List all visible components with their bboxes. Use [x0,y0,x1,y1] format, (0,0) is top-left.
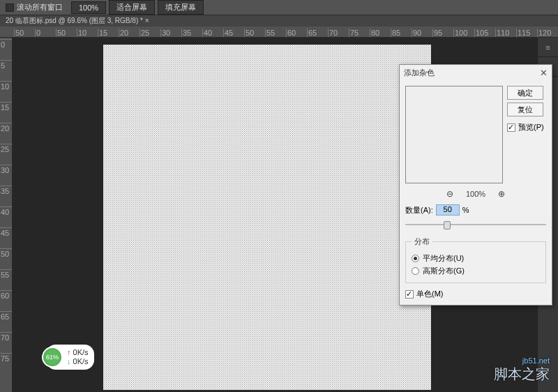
net-up: 0K/s [73,348,89,356]
ruler-tick: 10 [77,29,98,37]
ruler-tick: 50 [14,29,35,37]
ruler-tick: 15 [0,102,12,123]
uniform-label: 平均分布(U) [423,253,464,264]
ruler-horizontal: 5005010152025303540455055606570758085909… [0,27,558,38]
zoom-out-icon[interactable]: ⊖ [446,189,453,199]
watermark-cn: 脚本之家 [494,365,550,384]
document-canvas[interactable] [103,45,431,390]
arrow-down-icon: ↓ [67,357,71,365]
ruler-tick: 45 [223,29,244,37]
monochrome-label: 单色(M) [416,289,444,299]
close-icon[interactable]: ✕ [540,68,548,78]
amount-slider[interactable] [405,220,546,229]
ruler-tick: 10 [0,81,12,102]
net-down: 0K/s [73,357,89,365]
network-widget: 61% ↑ 0K/s ↓ 0K/s [46,345,94,370]
dialog-title: 添加杂色 [404,68,435,78]
ruler-tick: 85 [391,29,412,37]
watermark-url: jb51.net [494,356,550,365]
dialog-titlebar[interactable]: 添加杂色 ✕ [400,65,552,80]
document-tab[interactable]: 20 临慕图标.psd @ 69.6% (图层 3, RGB/8) * × [6,16,149,26]
slider-thumb[interactable] [444,221,451,229]
gaussian-label: 高斯分布(G) [423,266,465,276]
ruler-tick: 75 [0,353,12,374]
ruler-tick: 35 [181,29,202,37]
top-toolbar: 滚动所有窗口 100% 适合屏幕 填充屏幕 [0,0,558,15]
distribution-fieldset: 分布 平均分布(U) 高斯分布(G) [405,236,546,283]
zoom-in-icon[interactable]: ⊕ [498,189,505,199]
ruler-tick: 30 [160,29,181,37]
ruler-tick: 105 [474,29,495,37]
ruler-tick: 95 [432,29,453,37]
ruler-tick: 110 [495,29,516,37]
ruler-tick: 70 [0,332,12,353]
ruler-tick: 120 [537,29,558,37]
net-usage-badge: 61% [42,347,63,368]
preview-checkbox[interactable] [507,123,515,132]
amount-label: 数量(A): [405,205,433,216]
ruler-tick: 50 [244,29,265,37]
ruler-tick: 20 [0,123,12,144]
ruler-tick: 100 [453,29,474,37]
ruler-tick: 45 [0,227,12,248]
add-noise-dialog: 添加杂色 ✕ 确定 复位 预览(P) ⊖ 100% ⊕ 数量(A): 50 % [399,64,552,306]
ok-button[interactable]: 确定 [507,86,543,100]
fit-screen-button[interactable]: 适合屏幕 [109,0,155,15]
noise-preview[interactable] [405,86,503,183]
ruler-tick: 20 [119,29,140,37]
zoom-100-button[interactable]: 100% [71,1,106,14]
ruler-tick: 0 [35,29,56,37]
amount-input[interactable]: 50 [436,204,460,216]
ruler-tick: 70 [328,29,349,37]
ruler-tick: 90 [412,29,432,37]
ruler-tick: 40 [202,29,223,37]
ruler-tick: 115 [516,29,537,37]
ruler-tick: 50 [0,248,12,269]
fill-screen-button[interactable]: 填充屏幕 [158,0,204,15]
ruler-tick: 60 [286,29,307,37]
ruler-tick: 25 [0,144,12,165]
uniform-radio[interactable] [412,255,419,262]
ruler-tick: 55 [0,269,12,290]
ruler-tick: 35 [0,186,12,206]
preview-label: 预览(P) [518,122,544,133]
gaussian-radio[interactable] [412,267,419,275]
ruler-tick: 75 [349,29,370,37]
ruler-tick: 55 [265,29,286,37]
ruler-tick: 65 [0,311,12,332]
document-tab-bar: 20 临慕图标.psd @ 69.6% (图层 3, RGB/8) * × [0,15,558,27]
watermark: jb51.net 脚本之家 [494,356,550,384]
ruler-tick: 60 [0,290,12,311]
ruler-tick: 0 [0,39,12,60]
rail-menu-icon[interactable]: ≡ [538,38,558,57]
preview-zoom-value: 100% [466,190,485,198]
ruler-vertical: 051015202530354045505560657075 [0,38,13,392]
ruler-tick: 50 [56,29,77,37]
ruler-tick: 25 [140,29,160,37]
ruler-tick: 30 [0,165,12,186]
ruler-tick: 15 [98,29,119,37]
scroll-all-checkbox[interactable] [6,3,14,12]
ruler-tick: 40 [0,206,12,227]
scroll-all-label: 滚动所有窗口 [17,2,63,13]
ruler-tick: 5 [0,60,12,81]
monochrome-checkbox[interactable] [405,290,414,299]
ruler-tick: 80 [370,29,391,37]
arrow-up-icon: ↑ [67,348,71,356]
ruler-tick: 65 [307,29,328,37]
distribution-legend: 分布 [412,236,432,247]
reset-button[interactable]: 复位 [507,103,543,116]
amount-unit: % [462,206,469,214]
